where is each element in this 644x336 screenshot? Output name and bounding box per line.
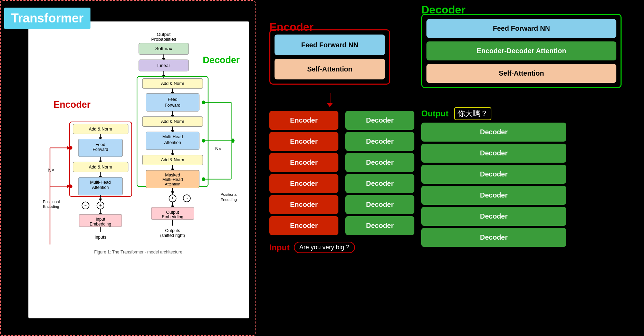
decoder-stack-row-5: Decoder xyxy=(421,207,566,226)
output-row: Output 你大嗎？ xyxy=(421,107,491,120)
svg-text:+: + xyxy=(171,195,174,201)
encoder-arrow xyxy=(330,93,330,104)
svg-text:Feed: Feed xyxy=(168,97,177,102)
stack-row-6: Encoder Decoder xyxy=(269,216,414,235)
svg-text:Probabilities: Probabilities xyxy=(151,37,176,42)
svg-text:Embedding: Embedding xyxy=(90,222,112,227)
decoder-stack-5: Decoder xyxy=(345,195,414,214)
decoder-stack-box-5: Decoder xyxy=(421,207,566,226)
input-text: Are you very big ? xyxy=(294,242,355,253)
svg-text:Softmax: Softmax xyxy=(155,46,172,51)
svg-text:Input: Input xyxy=(96,217,105,222)
decoder-stack-box-1: Decoder xyxy=(421,123,566,142)
svg-text:Outputs: Outputs xyxy=(165,228,180,233)
svg-text:(shifted right): (shifted right) xyxy=(160,233,185,238)
encoder-stack-1: Encoder xyxy=(269,111,338,130)
stack-row-4: Encoder Decoder xyxy=(269,174,414,193)
svg-text:Encoder: Encoder xyxy=(54,99,90,110)
svg-text:Encoding: Encoding xyxy=(43,204,59,209)
encoder-stack-6: Encoder xyxy=(269,216,338,235)
svg-text:Output: Output xyxy=(157,32,171,37)
stack-row-1: Encoder Decoder xyxy=(269,111,414,130)
svg-text:N×: N× xyxy=(215,146,221,151)
svg-text:Decoder: Decoder xyxy=(203,55,240,65)
transformer-diagram-svg: Output Probabilities Softmax Linear Deco… xyxy=(29,22,249,318)
decoder-stack-row-4: Decoder xyxy=(421,186,566,205)
svg-text:+: + xyxy=(99,202,102,208)
svg-rect-14 xyxy=(146,94,199,111)
svg-text:Attention: Attention xyxy=(165,182,180,186)
svg-text:~: ~ xyxy=(84,203,87,208)
decoder-feed-forward-box: Feed Forward NN xyxy=(426,19,616,38)
svg-text:Forward: Forward xyxy=(93,147,108,152)
input-label: Input xyxy=(269,243,290,252)
right-panel: Decoder Feed Forward NN Encoder-Decoder … xyxy=(414,0,642,336)
decoder-stack-box-4: Decoder xyxy=(421,186,566,205)
svg-text:Add & Norm: Add & Norm xyxy=(161,81,184,86)
decoder-stack-row-2: Decoder xyxy=(421,144,566,163)
svg-text:Masked: Masked xyxy=(165,173,180,177)
svg-text:Add & Norm: Add & Norm xyxy=(89,127,112,132)
svg-text:Multi-Head: Multi-Head xyxy=(90,180,111,185)
encoder-stack-5: Encoder xyxy=(269,195,338,214)
decoder-stack-2: Decoder xyxy=(345,132,414,151)
encoder-stack-3: Encoder xyxy=(269,153,338,172)
svg-text:Feed: Feed xyxy=(96,142,105,147)
decoder-stack-box-3: Decoder xyxy=(421,165,566,184)
left-panel: Transformer Output Probabilities Softmax… xyxy=(0,0,256,336)
svg-text:Forward: Forward xyxy=(165,103,180,108)
svg-text:Add & Norm: Add & Norm xyxy=(161,119,184,124)
svg-text:Multi-Head: Multi-Head xyxy=(162,134,183,139)
svg-text:Inputs: Inputs xyxy=(95,235,106,240)
svg-text:Attention: Attention xyxy=(92,185,109,190)
svg-text:Add & Norm: Add & Norm xyxy=(89,165,112,170)
decoder-detail-box: Feed Forward NN Encoder-Decoder Attentio… xyxy=(421,14,622,88)
encoder-stack-4: Encoder xyxy=(269,174,338,193)
svg-text:Positional: Positional xyxy=(221,192,238,196)
output-text: 你大嗎？ xyxy=(454,107,491,120)
encoder-detail-box: Feed Forward NN Self-Attention xyxy=(269,29,390,85)
decoder-stack-row-6: Decoder xyxy=(421,228,566,247)
decoder-stack-row-3: Decoder xyxy=(421,165,566,184)
decoder-stack-4: Decoder xyxy=(345,174,414,193)
svg-text:Output: Output xyxy=(166,210,179,215)
diagram-paper: Output Probabilities Softmax Linear Deco… xyxy=(28,21,249,318)
svg-text:Add & Norm: Add & Norm xyxy=(161,157,184,162)
decoder-stack-box-6: Decoder xyxy=(421,228,566,247)
stack-row-3: Encoder Decoder xyxy=(269,153,414,172)
output-label: Output xyxy=(421,109,449,118)
svg-text:Multi-Head: Multi-Head xyxy=(162,177,183,182)
decoder-stack-1: Decoder xyxy=(345,111,414,130)
stack-row-5: Encoder Decoder xyxy=(269,195,414,214)
decoder-self-attention-box: Self-Attention xyxy=(426,64,616,83)
encoder-arrow-head xyxy=(327,103,333,107)
encoder-stack-2: Encoder xyxy=(269,132,338,151)
svg-text:Embedding: Embedding xyxy=(162,214,184,219)
encoder-feed-forward-box: Feed Forward NN xyxy=(275,35,385,55)
decoder-stack-row-1: Decoder xyxy=(421,123,566,142)
svg-text:Linear: Linear xyxy=(157,63,170,68)
svg-text:Positional: Positional xyxy=(43,200,60,204)
encoder-self-attention-box: Self-Attention xyxy=(275,59,385,79)
transformer-title: Transformer xyxy=(4,8,90,29)
decoder-stack-3: Decoder xyxy=(345,153,414,172)
decoder-enc-dec-attention-box: Encoder-Decoder Attention xyxy=(426,41,616,60)
svg-text:N×: N× xyxy=(48,167,54,173)
stack-row-2: Encoder Decoder xyxy=(269,132,414,151)
svg-text:Encoding: Encoding xyxy=(221,198,237,202)
svg-text:Figure 1: The Transformer - mo: Figure 1: The Transformer - model archit… xyxy=(94,250,184,255)
encoder-decoder-stacks: Encoder Decoder Encoder Decoder Encoder … xyxy=(269,109,414,237)
svg-text:Attention: Attention xyxy=(164,140,181,145)
decoder-stack-box-2: Decoder xyxy=(421,144,566,163)
middle-panel: Encoder Feed Forward NN Self-Attention E… xyxy=(262,0,407,336)
decoder-stack-column: Decoder Decoder Decoder Decoder Decoder … xyxy=(421,123,566,249)
input-row: Input Are you very big ? xyxy=(269,242,355,253)
svg-text:~: ~ xyxy=(186,196,188,200)
decoder-stack-6: Decoder xyxy=(345,216,414,235)
